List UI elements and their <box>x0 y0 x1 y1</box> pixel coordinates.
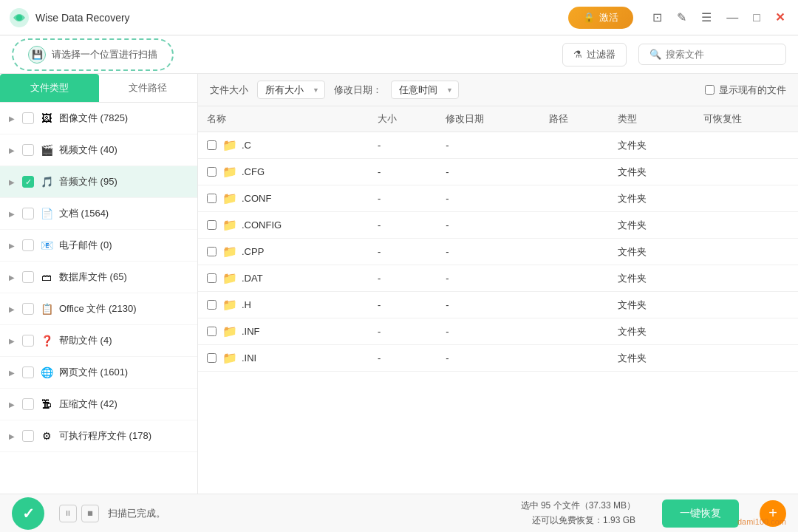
table-row[interactable]: 📁 .INI - - 文件夹 <box>198 345 798 372</box>
scan-location-button[interactable]: 💾 请选择一个位置进行扫描 <box>12 38 174 71</box>
file-name-text-3: .CONFIG <box>242 219 282 231</box>
row-checkbox-6[interactable] <box>207 300 216 310</box>
sidebar-item-audio[interactable]: ▶ ✓ 🎵 音频文件 (95) <box>0 166 197 198</box>
chevron-icon: ▶ <box>9 115 18 123</box>
table-header: 名称 大小 修改日期 路径 类型 可恢复性 <box>198 106 798 132</box>
checkbox-executable[interactable] <box>22 430 34 442</box>
sidebar-item-archive[interactable]: ▶ 🗜 压缩文件 (42) <box>0 389 197 420</box>
row-checkbox-4[interactable] <box>207 247 216 256</box>
titlebar: Wise Data Recovery 🔒 激活 ⊡ ✎ ☰ — □ ✕ <box>0 0 798 35</box>
cell-recoverability-0 <box>695 132 798 159</box>
folder-icon-1: 📁 <box>222 165 237 179</box>
sidebar-item-web[interactable]: ▶ 🌐 网页文件 (1601) <box>0 357 197 389</box>
close-button[interactable]: ✕ <box>771 7 789 27</box>
chevron-icon: ▶ <box>9 337 18 345</box>
cell-date-4: - <box>437 239 540 265</box>
row-checkbox-1[interactable] <box>207 167 216 177</box>
checkbox-images[interactable] <box>22 112 34 124</box>
table-row[interactable]: 📁 .DAT - - 文件夹 <box>198 265 798 292</box>
col-type: 类型 <box>609 106 695 132</box>
show-existing-container: 显示现有的文件 <box>705 83 786 97</box>
row-checkbox-3[interactable] <box>207 220 216 230</box>
cell-recoverability-2 <box>695 185 798 212</box>
row-checkbox-2[interactable] <box>207 194 216 203</box>
sidebar-item-docs[interactable]: ▶ 📄 文档 (1564) <box>0 198 197 230</box>
file-type-icon-email: 📧 <box>38 237 55 253</box>
activate-button[interactable]: 🔒 激活 <box>568 7 633 29</box>
sidebar-item-images[interactable]: ▶ 🖼 图像文件 (7825) <box>0 103 197 134</box>
row-checkbox-7[interactable] <box>207 327 216 336</box>
date-label: 修改日期： <box>334 83 382 97</box>
recover-button[interactable]: 一键恢复 <box>662 499 739 528</box>
date-select[interactable]: 任意时间 <box>391 81 459 99</box>
file-name-text-6: .H <box>242 299 251 310</box>
checkbox-audio[interactable]: ✓ <box>22 176 34 188</box>
tab-file-path[interactable]: 文件路径 <box>99 74 198 102</box>
sidebar-label-video: 视频文件 (40) <box>59 143 117 157</box>
chevron-icon: ▶ <box>9 178 18 186</box>
folder-icon-2: 📁 <box>222 191 237 205</box>
menu-icon[interactable]: ☰ <box>697 7 716 27</box>
app-title: Wise Data Recovery <box>35 12 568 24</box>
row-checkbox-8[interactable] <box>207 353 216 363</box>
col-name: 名称 <box>198 106 369 132</box>
checkbox-archive[interactable] <box>22 398 34 410</box>
sidebar-item-database[interactable]: ▶ 🗃 数据库文件 (65) <box>0 262 197 293</box>
pause-stop-controls: ⏸ ⏹ <box>59 505 99 522</box>
cell-size-2: - <box>369 185 437 212</box>
sidebar-item-video[interactable]: ▶ 🎬 视频文件 (40) <box>0 134 197 166</box>
checkbox-docs[interactable] <box>22 208 34 219</box>
checkbox-web[interactable] <box>22 366 34 378</box>
scan-complete-text: 扫描已完成。 <box>108 507 166 520</box>
row-checkbox-0[interactable] <box>207 140 216 150</box>
cell-type-4: 文件夹 <box>609 239 695 265</box>
sidebar-item-office[interactable]: ▶ 📋 Office 文件 (2130) <box>0 293 197 325</box>
cell-path-5 <box>540 265 608 292</box>
maximize-button[interactable]: □ <box>748 8 765 27</box>
stop-button[interactable]: ⏹ <box>81 505 99 522</box>
selected-files-info: 选中 95 个文件（37.33 MB） <box>521 499 635 513</box>
checkbox-database[interactable] <box>22 271 34 283</box>
row-checkbox-5[interactable] <box>207 273 216 283</box>
checkbox-video[interactable] <box>22 144 34 156</box>
filter-button[interactable]: ⚗ 过滤器 <box>562 43 627 66</box>
sidebar-item-executable[interactable]: ▶ ⚙ 可执行程序文件 (178) <box>0 420 197 452</box>
cell-size-1: - <box>369 159 437 185</box>
cell-size-0: - <box>369 132 437 159</box>
sidebar-label-database: 数据库文件 (65) <box>59 270 127 284</box>
cell-path-4 <box>540 239 608 265</box>
monitor-icon[interactable]: ⊡ <box>648 7 666 27</box>
scan-icon: 💾 <box>28 46 46 64</box>
cell-recoverability-6 <box>695 292 798 318</box>
table-row[interactable]: 📁 .H - - 文件夹 <box>198 292 798 318</box>
minimize-button[interactable]: — <box>722 8 743 27</box>
cell-name-1: 📁 .CFG <box>198 159 369 185</box>
folder-icon-4: 📁 <box>222 245 237 259</box>
cell-name-2: 📁 .CONF <box>198 185 369 212</box>
checkbox-email[interactable] <box>22 239 34 251</box>
edit-icon[interactable]: ✎ <box>672 7 691 27</box>
table-row[interactable]: 📁 .CONFIG - - 文件夹 <box>198 212 798 239</box>
table-row[interactable]: 📁 .CFG - - 文件夹 <box>198 159 798 185</box>
table-body: 📁 .C - - 文件夹 📁 .CFG - - 文件夹 📁 .CONF <box>198 132 798 372</box>
size-select[interactable]: 所有大小 <box>257 81 325 99</box>
tab-file-type[interactable]: 文件类型 <box>0 74 99 102</box>
table-row[interactable]: 📁 .INF - - 文件夹 <box>198 318 798 345</box>
checkbox-help[interactable] <box>22 335 34 347</box>
chevron-icon: ▶ <box>9 305 18 313</box>
pause-button[interactable]: ⏸ <box>59 505 77 522</box>
sidebar-item-help[interactable]: ▶ ❓ 帮助文件 (4) <box>0 325 197 357</box>
table-row[interactable]: 📁 .C - - 文件夹 <box>198 132 798 159</box>
chevron-icon: ▶ <box>9 273 18 282</box>
sidebar-item-email[interactable]: ▶ 📧 电子邮件 (0) <box>0 230 197 262</box>
cell-size-6: - <box>369 292 437 318</box>
table-row[interactable]: 📁 .CONF - - 文件夹 <box>198 185 798 212</box>
file-type-icon-executable: ⚙ <box>38 428 55 444</box>
table-row[interactable]: 📁 .CPP - - 文件夹 <box>198 239 798 265</box>
main-area: 文件类型 文件路径 ▶ 🖼 图像文件 (7825) ▶ 🎬 视频文件 (40) … <box>0 74 798 494</box>
svg-point-1 <box>16 15 22 21</box>
show-existing-checkbox[interactable] <box>705 85 715 95</box>
search-input[interactable] <box>666 49 784 60</box>
chevron-icon: ▶ <box>9 400 18 409</box>
checkbox-office[interactable] <box>22 303 34 315</box>
